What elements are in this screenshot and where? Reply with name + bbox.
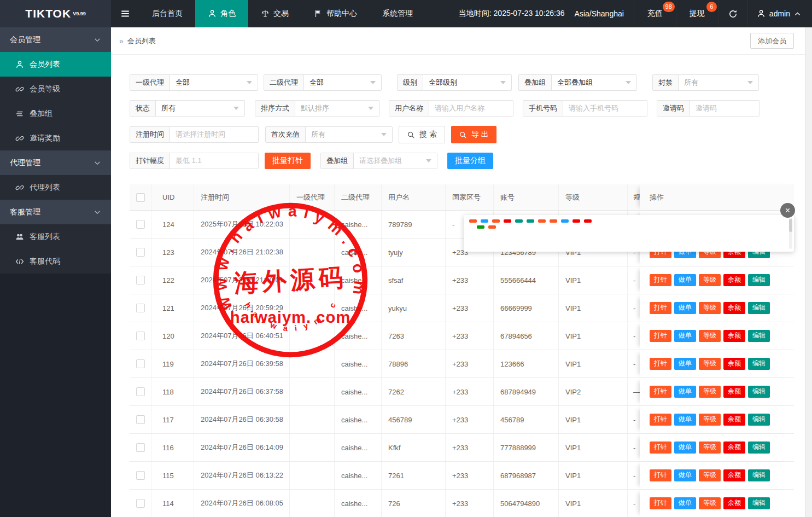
row-action-button[interactable]: 编辑: [748, 330, 770, 342]
search-button[interactable]: 搜 索: [399, 126, 445, 143]
sidebar-entry[interactable]: 代理管理: [0, 150, 111, 175]
page-scrollbar[interactable]: [805, 27, 812, 517]
row-action-button[interactable]: 做单: [674, 497, 696, 509]
admin-user-menu[interactable]: admin: [747, 0, 812, 27]
row-action-button[interactable]: 余额: [723, 469, 745, 481]
row-checkbox[interactable]: [136, 220, 145, 229]
popup-action-button[interactable]: [481, 219, 488, 223]
row-action-button[interactable]: 等级: [699, 274, 721, 286]
filter-select[interactable]: 封禁 所有: [652, 74, 759, 91]
sidebar-entry[interactable]: 客服管理: [0, 200, 111, 224]
row-action-button[interactable]: 打针: [650, 497, 671, 509]
row-action-button[interactable]: 余额: [723, 274, 745, 286]
row-checkbox[interactable]: [136, 415, 145, 424]
row-checkbox[interactable]: [136, 248, 145, 257]
row-action-button[interactable]: 余额: [723, 330, 745, 342]
row-action-button[interactable]: 做单: [674, 302, 696, 314]
popup-scrollbar-thumb[interactable]: [789, 219, 792, 232]
row-action-button[interactable]: 打针: [650, 414, 671, 426]
filter-field[interactable]: 手机号码 请输入手机号码: [523, 100, 647, 117]
popup-action-button[interactable]: [515, 219, 523, 223]
row-checkbox[interactable]: [136, 304, 145, 312]
sidebar-entry[interactable]: 会员管理: [0, 27, 111, 52]
batch-needle-button[interactable]: 批量打针: [265, 153, 311, 169]
row-action-button[interactable]: 编辑: [748, 442, 770, 454]
select-all-checkbox[interactable]: [136, 193, 145, 202]
row-action-button[interactable]: 余额: [723, 358, 745, 370]
row-action-button[interactable]: 余额: [723, 386, 745, 398]
row-action-button[interactable]: 打针: [650, 469, 671, 481]
row-action-button[interactable]: 编辑: [748, 274, 770, 286]
row-action-button[interactable]: 编辑: [748, 302, 770, 314]
popup-action-button[interactable]: [504, 219, 511, 223]
row-action-button[interactable]: 做单: [674, 330, 696, 342]
row-checkbox[interactable]: [136, 276, 145, 284]
row-checkbox[interactable]: [136, 499, 145, 508]
row-action-button[interactable]: 等级: [699, 330, 721, 342]
popup-action-button[interactable]: [538, 219, 546, 223]
top-menu-item[interactable]: 角色: [195, 0, 248, 27]
top-menu-item[interactable]: 帮助中心: [301, 0, 370, 27]
row-action-button[interactable]: 编辑: [748, 497, 770, 509]
row-action-button[interactable]: 打针: [650, 302, 671, 314]
overlay-group-select[interactable]: 叠加组 请选择叠加组: [320, 153, 437, 169]
top-menu-item[interactable]: 系统管理: [370, 0, 425, 27]
row-action-button[interactable]: 做单: [674, 442, 696, 454]
row-action-button[interactable]: 等级: [699, 302, 721, 314]
row-action-button[interactable]: 做单: [674, 469, 696, 481]
add-member-button[interactable]: 添加会员: [750, 33, 794, 49]
row-action-button[interactable]: 编辑: [748, 469, 770, 481]
sidebar-entry[interactable]: 客服代码: [0, 249, 111, 274]
recharge-menu-item[interactable]: 充值 98: [634, 0, 676, 27]
row-action-button[interactable]: 余额: [723, 414, 745, 426]
batch-group-button[interactable]: 批量分组: [447, 153, 493, 169]
row-action-button[interactable]: 做单: [674, 414, 696, 426]
popup-action-button[interactable]: [573, 219, 580, 223]
sidebar-entry[interactable]: 会员列表: [0, 52, 111, 77]
filter-select[interactable]: 一级代理 全部: [130, 74, 258, 91]
first-charge-select[interactable]: 首次充值 所有: [265, 126, 393, 143]
popup-action-button[interactable]: [492, 219, 500, 223]
row-action-button[interactable]: 编辑: [748, 414, 770, 426]
withdraw-menu-item[interactable]: 提现 6: [676, 0, 718, 27]
filter-select[interactable]: 级别 全部级别: [397, 74, 512, 91]
row-action-button[interactable]: 打针: [650, 330, 671, 342]
popup-action-button[interactable]: [550, 219, 557, 223]
row-action-button[interactable]: 打针: [650, 442, 671, 454]
row-action-button[interactable]: 等级: [699, 469, 721, 481]
row-action-button[interactable]: 打针: [650, 386, 671, 398]
row-action-button[interactable]: 余额: [723, 497, 745, 509]
needle-range-field[interactable]: 打针幅度 最低 1.1: [130, 153, 259, 169]
row-checkbox[interactable]: [136, 443, 145, 452]
popup-action-button[interactable]: [477, 225, 484, 229]
row-action-button[interactable]: 编辑: [748, 386, 770, 398]
row-action-button[interactable]: 等级: [699, 358, 721, 370]
row-action-button[interactable]: 等级: [699, 497, 721, 509]
row-action-button[interactable]: 做单: [674, 274, 696, 286]
filter-field[interactable]: 状态 所有: [130, 100, 245, 117]
row-action-button[interactable]: 等级: [699, 386, 721, 398]
row-action-button[interactable]: 编辑: [748, 358, 770, 370]
export-button[interactable]: 导 出: [451, 126, 496, 143]
popup-action-button[interactable]: [527, 219, 534, 223]
filter-field[interactable]: 用户名称 请输入用户名称: [389, 100, 513, 117]
filter-select[interactable]: 叠加组 全部叠加组: [518, 74, 637, 91]
sidebar-entry[interactable]: 叠加组: [0, 101, 111, 126]
filter-field[interactable]: 排序方式 默认排序: [255, 100, 379, 117]
row-action-button[interactable]: 打针: [650, 358, 671, 370]
filter-select[interactable]: 二级代理 全部: [264, 74, 382, 91]
row-action-button[interactable]: 打针: [650, 274, 671, 286]
row-action-button[interactable]: 余额: [723, 302, 745, 314]
row-action-button[interactable]: 余额: [723, 442, 745, 454]
top-menu-item[interactable]: 交易: [248, 0, 301, 27]
popup-action-button[interactable]: [584, 219, 592, 223]
popup-action-button[interactable]: [561, 219, 569, 223]
popup-action-button[interactable]: [488, 225, 496, 229]
row-checkbox[interactable]: [136, 332, 145, 340]
sidebar-entry[interactable]: 会员等级: [0, 77, 111, 101]
row-checkbox[interactable]: [136, 471, 145, 480]
register-time-field[interactable]: 注册时间 请选择注册时间: [130, 126, 259, 143]
row-action-button[interactable]: 等级: [699, 414, 721, 426]
row-checkbox[interactable]: [136, 387, 145, 396]
row-action-button[interactable]: 做单: [674, 358, 696, 370]
